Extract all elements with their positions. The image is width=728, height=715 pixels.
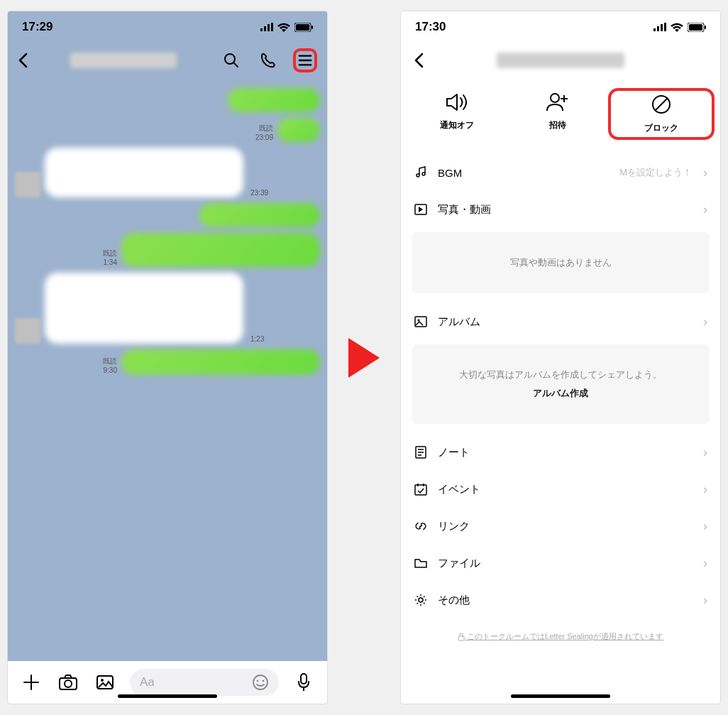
letter-sealing-text[interactable]: このトークルームではLetter Sealingが適用されています — [401, 618, 720, 663]
album-hint: 大切な写真はアルバムを作成してシェアしよう。 — [426, 369, 695, 381]
mute-label: 通知オフ — [440, 119, 474, 131]
chevron-right-icon: › — [703, 519, 707, 534]
settings-content: 通知オフ 招待 ブロック BGM Mを設定しよう！ › 写真・動画 › 写真や動… — [401, 78, 720, 704]
wifi-icon — [277, 23, 290, 32]
status-time: 17:29 — [22, 20, 53, 34]
bgm-row[interactable]: BGM Mを設定しよう！ › — [401, 154, 720, 191]
photos-row[interactable]: 写真・動画 › — [401, 191, 720, 228]
plus-icon[interactable] — [19, 670, 43, 694]
chevron-right-icon: › — [703, 165, 707, 180]
note-label: ノート — [438, 446, 470, 459]
message-bubble[interactable] — [121, 233, 320, 267]
svg-rect-0 — [260, 28, 263, 31]
message-row: 既読1:34 — [15, 233, 320, 267]
block-action[interactable]: ブロック — [608, 88, 715, 140]
message-bubble[interactable] — [199, 203, 320, 227]
svg-rect-42 — [415, 485, 426, 495]
back-button[interactable] — [18, 53, 28, 68]
svg-rect-3 — [271, 23, 273, 31]
search-icon[interactable] — [219, 48, 243, 72]
svg-rect-23 — [653, 28, 656, 31]
bgm-side-text: Mを設定しよう！ — [619, 166, 692, 179]
album-row[interactable]: アルバム › — [401, 303, 720, 340]
chat-navbar — [8, 43, 327, 78]
music-icon — [414, 165, 428, 180]
settings-navbar — [401, 43, 720, 78]
arrow-icon — [348, 338, 380, 378]
status-icons — [653, 23, 706, 32]
message-row — [15, 203, 320, 227]
message-row: 既読9:30 — [15, 349, 320, 375]
message-meta: 1:23 — [250, 334, 264, 344]
other-row[interactable]: その他 › — [401, 582, 720, 618]
file-row[interactable]: ファイル › — [401, 545, 720, 582]
svg-rect-6 — [311, 26, 313, 29]
chevron-right-icon: › — [703, 445, 707, 460]
svg-rect-36 — [415, 317, 426, 327]
photos-empty-text: 写真や動画はありません — [426, 256, 695, 269]
status-time: 17:30 — [415, 20, 446, 34]
other-label: その他 — [438, 594, 470, 607]
settings-screen: 17:30 通知オフ 招待 ブロック — [401, 11, 720, 704]
avatar[interactable] — [15, 318, 40, 344]
call-icon[interactable] — [256, 48, 280, 72]
message-row: 既読23:09 — [15, 118, 320, 142]
chat-title — [40, 53, 206, 68]
add-user-icon — [546, 92, 570, 112]
chat-screen: 17:29 既読23:0923:39既読1:341:23既読9:30 — [8, 11, 327, 704]
block-label: ブロック — [644, 122, 678, 134]
svg-rect-24 — [657, 26, 659, 31]
camera-icon[interactable] — [56, 670, 80, 694]
album-create: アルバム作成 — [426, 387, 695, 400]
image-icon[interactable] — [93, 670, 117, 694]
message-bubble[interactable] — [228, 88, 320, 112]
message-meta: 既読9:30 — [103, 356, 117, 375]
album-label: アルバム — [438, 315, 480, 329]
message-meta: 23:39 — [250, 188, 268, 197]
photos-empty-box: 写真や動画はありません — [412, 232, 709, 293]
message-input[interactable]: Aa — [130, 669, 279, 696]
link-row[interactable]: リンク › — [401, 508, 720, 545]
album-empty-box[interactable]: 大切な写真はアルバムを作成してシェアしよう。 アルバム作成 — [412, 344, 709, 424]
message-bubble[interactable] — [45, 148, 243, 197]
svg-line-8 — [233, 62, 238, 67]
message-bubble[interactable] — [121, 349, 320, 375]
svg-line-34 — [655, 98, 668, 111]
svg-point-18 — [253, 675, 268, 689]
svg-rect-29 — [705, 26, 706, 29]
home-indicator — [511, 694, 610, 698]
photos-label: 写真・動画 — [438, 203, 491, 217]
event-row[interactable]: イベント › — [401, 471, 720, 508]
message-bubble[interactable] — [45, 273, 243, 344]
lock-icon — [458, 633, 465, 641]
emoji-icon[interactable] — [252, 674, 269, 691]
svg-point-20 — [263, 680, 265, 682]
status-icons — [260, 23, 313, 32]
mic-icon[interactable] — [292, 670, 316, 694]
message-bubble[interactable] — [277, 118, 320, 142]
svg-point-19 — [257, 680, 259, 682]
signal-icon — [653, 23, 666, 31]
mute-action[interactable]: 通知オフ — [407, 88, 507, 140]
chevron-right-icon: › — [703, 202, 707, 217]
invite-action[interactable]: 招待 — [507, 88, 608, 140]
event-label: イベント — [438, 483, 480, 496]
svg-rect-2 — [268, 24, 270, 31]
svg-point-45 — [419, 598, 423, 602]
svg-rect-5 — [296, 24, 309, 31]
message-meta: 既読23:09 — [255, 124, 273, 142]
note-row[interactable]: ノート › — [401, 434, 720, 471]
signal-icon — [260, 23, 273, 31]
message-row — [15, 88, 320, 112]
link-icon — [414, 519, 428, 533]
svg-rect-28 — [689, 24, 702, 31]
svg-point-30 — [551, 94, 559, 102]
avatar[interactable] — [15, 172, 40, 197]
back-button[interactable] — [414, 53, 424, 68]
menu-icon[interactable] — [293, 48, 317, 72]
calendar-icon — [414, 482, 428, 496]
link-label: リンク — [438, 520, 470, 533]
note-icon — [414, 445, 428, 459]
svg-rect-25 — [661, 24, 663, 31]
settings-title — [497, 53, 624, 68]
